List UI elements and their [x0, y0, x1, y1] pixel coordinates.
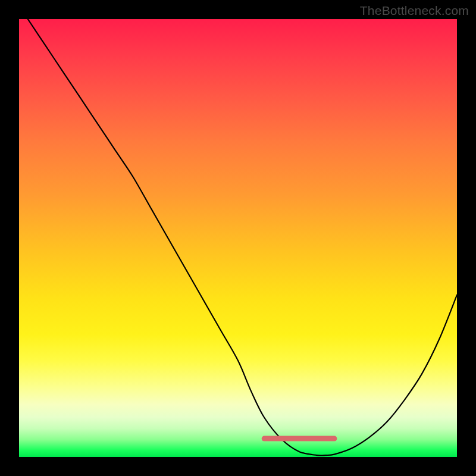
plot-svg	[19, 19, 457, 457]
bottleneck-curve	[28, 19, 457, 456]
plot-area	[19, 19, 457, 457]
chart-frame: TheBottleneck.com	[0, 0, 476, 476]
watermark-text: TheBottleneck.com	[360, 4, 469, 18]
